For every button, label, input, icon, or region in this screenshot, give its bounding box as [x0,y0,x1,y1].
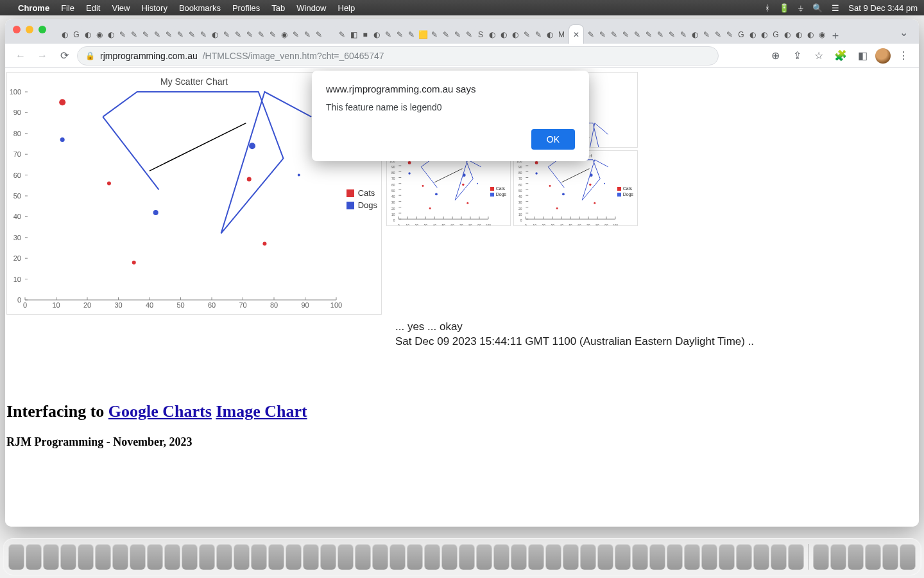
menu-history[interactable]: History [141,3,167,13]
browser-tab[interactable]: ◐ [747,26,758,44]
menu-bookmarks[interactable]: Bookmarks [179,3,221,13]
dock-app-icon[interactable] [633,544,648,570]
window-close-button[interactable] [13,26,21,33]
address-bar[interactable]: 🔒 rjmprogramming.com.au/HTMLCSS/image_ve… [77,46,719,66]
browser-tab[interactable]: ✎ [643,26,654,44]
dock-app-icon[interactable] [719,544,735,570]
dock-app-icon[interactable] [425,544,440,570]
dock-app-icon[interactable] [650,544,665,570]
window-minimize-button[interactable] [26,26,33,33]
browser-tab[interactable]: ◉ [94,26,105,44]
browser-tab[interactable]: ◐ [758,26,770,44]
browser-tab[interactable]: ✎ [267,26,278,44]
chart-plot-area[interactable]: 0102030405060708090100010203040506070809… [25,92,336,300]
dock-app-icon[interactable] [789,544,804,570]
dock-app-icon[interactable] [685,544,700,570]
browser-tab[interactable]: ✎ [198,26,209,44]
dock-app-icon[interactable] [866,544,881,570]
chart-legend[interactable]: Cats Dogs [346,188,377,213]
thumbnail-3[interactable]: 0102030405060708090100010203040506070809… [386,150,511,226]
bluetooth-icon[interactable]: ᚼ [765,3,770,13]
dock-app-icon[interactable] [477,544,492,570]
dock-app-icon[interactable] [217,544,232,570]
browser-tab[interactable]: ✎ [244,26,255,44]
browser-tab[interactable]: ◐ [82,26,94,44]
browser-tab[interactable]: ✎ [452,26,463,44]
dock-app-icon[interactable] [148,544,163,570]
dock-app-icon[interactable] [667,544,683,570]
extensions-icon[interactable]: 🧩 [832,47,850,65]
control-center-icon[interactable]: ☰ [832,3,839,13]
dock-app-icon[interactable] [511,544,527,570]
menu-tab[interactable]: Tab [271,3,285,13]
browser-tab[interactable]: ◐ [782,26,793,44]
browser-tab[interactable]: ◧ [348,26,359,44]
dock-app-icon[interactable] [130,544,146,570]
browser-tab[interactable]: ✎ [463,26,475,44]
browser-tab[interactable]: ✎ [620,26,631,44]
zoom-icon[interactable]: ⊕ [766,47,784,65]
browser-tab[interactable]: ◐ [544,26,556,44]
browser-tab[interactable]: ✎ [608,26,620,44]
browser-tab[interactable]: ◐ [486,26,498,44]
browser-tab[interactable]: ◉ [816,26,828,44]
browser-tab[interactable]: ✎ [140,26,151,44]
browser-tab[interactable]: ✎ [533,26,544,44]
browser-tab[interactable]: ◐ [498,26,509,44]
dock-app-icon[interactable] [598,544,613,570]
browser-tab[interactable]: ✎ [712,26,724,44]
browser-tab[interactable]: ✎ [151,26,163,44]
dock-app-icon[interactable] [581,544,596,570]
browser-tab[interactable]: ◐ [805,26,816,44]
window-zoom-button[interactable] [38,26,46,33]
dialog-ok-button[interactable]: OK [531,129,575,150]
wifi-icon[interactable]: ⏚ [798,3,803,13]
browser-tab[interactable]: ✎ [724,26,735,44]
menu-file[interactable]: File [61,3,74,13]
dock-app-icon[interactable] [113,544,128,570]
menubar-clock[interactable]: Sat 9 Dec 3:44 pm [848,3,918,13]
dock-app-icon[interactable] [615,544,631,570]
browser-tab[interactable]: ✎ [128,26,140,44]
browser-tab[interactable]: ✎ [631,26,643,44]
browser-tab[interactable]: G [770,26,782,44]
browser-tab[interactable]: ✎ [302,26,313,44]
all-tabs-dropdown-icon[interactable]: ⌄ [896,24,911,40]
new-tab-button[interactable]: + [828,28,843,44]
dock-app-icon[interactable] [355,544,371,570]
browser-tab[interactable]: ✎ [429,26,440,44]
browser-tab[interactable]: ✎ [336,26,348,44]
browser-tab[interactable]: ✎ [163,26,175,44]
reload-button[interactable]: ⟳ [55,47,73,65]
close-tab-icon[interactable]: ✕ [573,30,579,39]
browser-tab[interactable]: ✎ [290,26,302,44]
browser-tab[interactable]: ✎ [585,26,597,44]
browser-tab[interactable]: S [475,26,486,44]
browser-tab[interactable]: M [556,26,567,44]
browser-tab[interactable]: ✎ [255,26,267,44]
browser-tab[interactable]: ◐ [371,26,382,44]
browser-tab[interactable]: ✎ [221,26,232,44]
browser-tab[interactable]: ✎ [117,26,128,44]
dock-app-icon[interactable] [442,544,458,570]
browser-tab[interactable]: G [735,26,747,44]
dock-app-icon[interactable] [26,544,42,570]
dock-app-icon[interactable] [883,544,898,570]
dock-app-icon[interactable] [304,544,319,570]
menubar-app-name[interactable]: Chrome [18,3,49,13]
sidepanel-icon[interactable]: ◧ [853,47,871,65]
dock-app-icon[interactable] [165,544,180,570]
browser-tab[interactable]: ◐ [509,26,521,44]
menu-profiles[interactable]: Profiles [232,3,260,13]
dock-app-icon[interactable] [321,544,336,570]
share-icon[interactable]: ⇪ [788,47,806,65]
bookmark-star-icon[interactable]: ☆ [810,47,828,65]
browser-tab[interactable]: ✎ [175,26,186,44]
dock-app-icon[interactable] [373,544,388,570]
browser-tab[interactable]: ✎ [521,26,533,44]
menu-edit[interactable]: Edit [86,3,100,13]
browser-tab[interactable]: ■ [359,26,371,44]
browser-tab[interactable]: ✎ [394,26,406,44]
browser-tab[interactable]: ◐ [59,26,71,44]
dock-app-icon[interactable] [407,544,423,570]
